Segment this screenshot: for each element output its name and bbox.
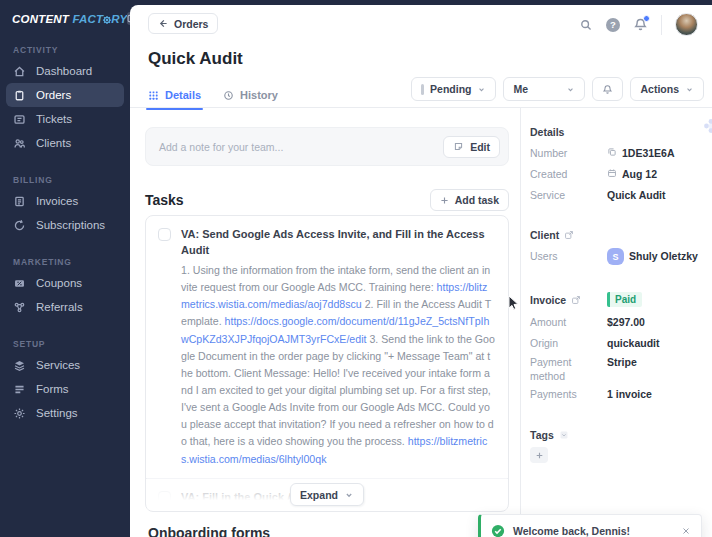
client-section-title: Client — [530, 229, 574, 241]
detail-row-created: Created Aug 12 — [530, 168, 706, 182]
sidebar-item-referrals[interactable]: Referrals — [6, 295, 124, 319]
chevron-down-icon — [685, 85, 694, 94]
sidebar-item-label: Settings — [36, 407, 78, 419]
invoice-row-payments: Payments 1 invoice — [530, 388, 706, 402]
topbar-divider — [661, 15, 662, 35]
chat-widget-icon[interactable] — [703, 118, 712, 138]
task-item: VA: Send Google Ads Access Invite, and F… — [146, 216, 508, 479]
detail-row-number: Number 1DE31E6A — [530, 147, 706, 161]
back-button-label: Orders — [174, 18, 208, 30]
sidebar-item-clients[interactable]: Clients — [6, 131, 124, 155]
gear-icon — [13, 407, 26, 420]
task-text: Training: — [181, 511, 225, 512]
sidebar-item-orders[interactable]: Orders — [6, 83, 124, 107]
brand-second-a: FACT — [72, 13, 103, 25]
team-note-input[interactable]: Add a note for your team... Edit — [145, 127, 509, 166]
tags-section-title: Tags — [530, 429, 569, 441]
search-icon[interactable] — [579, 18, 593, 32]
note-icon — [453, 141, 464, 152]
brand-logo: CONTENT FACTRY — [0, 0, 130, 25]
add-tag-button[interactable] — [530, 447, 548, 463]
form-lines-icon — [13, 383, 26, 396]
expand-button-label: Expand — [300, 489, 338, 501]
client-avatar[interactable]: S — [607, 248, 624, 265]
clipboard-icon — [13, 89, 26, 102]
share-nodes-icon — [13, 301, 26, 314]
status-color-bar — [421, 84, 424, 95]
sidebar-item-subscriptions[interactable]: Subscriptions — [6, 213, 124, 237]
expand-tasks-button[interactable]: Expand — [290, 483, 364, 506]
check-circle-icon — [491, 524, 505, 537]
external-link-icon[interactable] — [571, 295, 581, 305]
assignee-dropdown-value: Me — [513, 83, 528, 95]
actions-dropdown[interactable]: Actions — [630, 77, 704, 101]
sidebar-item-coupons[interactable]: Coupons — [6, 271, 124, 295]
task-checkbox[interactable] — [158, 228, 171, 241]
chevron-down-icon — [566, 85, 575, 94]
refresh-icon — [13, 219, 26, 232]
sidebar-section-setup: SETUP — [0, 339, 130, 353]
add-task-label: Add task — [455, 194, 499, 206]
sidebar: CONTENT FACTRY ACTIVITY Dashboard Orders… — [0, 0, 130, 537]
home-icon — [13, 65, 26, 78]
calendar-icon — [607, 168, 617, 178]
tasks-heading: Tasks — [145, 192, 184, 208]
payments-value: 1 invoice — [607, 388, 652, 400]
sidebar-item-label: Referrals — [36, 301, 83, 313]
created-date-value: Aug 12 — [622, 168, 657, 180]
sidebar-item-dashboard[interactable]: Dashboard — [6, 59, 124, 83]
sidebar-item-label: Dashboard — [36, 65, 92, 77]
sidebar-item-label: Services — [36, 359, 80, 371]
invoice-row-amount: Amount $297.00 — [530, 316, 706, 330]
layers-icon — [13, 359, 26, 372]
watch-bell-button[interactable] — [592, 77, 623, 101]
status-dropdown[interactable]: Pending — [411, 77, 496, 101]
plus-icon — [440, 196, 449, 205]
task-description: 1. Using the information from the intake… — [181, 262, 495, 468]
sidebar-item-label: Clients — [36, 137, 71, 149]
notification-badge — [643, 15, 650, 22]
add-task-button[interactable]: Add task — [430, 189, 509, 211]
tab-label: History — [240, 89, 278, 101]
task-text: 3. Send the link to the Google Document … — [181, 333, 495, 448]
status-dropdown-value: Pending — [430, 83, 471, 95]
clock-icon — [223, 90, 234, 101]
toast-message: Welcome back, Dennis! — [513, 525, 630, 537]
edit-note-button[interactable]: Edit — [443, 136, 500, 158]
coupon-icon — [13, 277, 26, 290]
sidebar-item-tickets[interactable]: Tickets — [6, 107, 124, 131]
arrow-left-icon — [158, 18, 169, 29]
sidebar-item-services[interactable]: Services — [6, 353, 124, 377]
main-content: Orders ? Quick Audit Pending Me — [130, 5, 712, 537]
toast-close-icon[interactable] — [681, 526, 691, 536]
chevron-square-icon[interactable] — [559, 430, 569, 440]
client-name[interactable]: Shuly Oletzky — [629, 250, 698, 262]
task-list-card: VA: Send Google Ads Access Invite, and F… — [145, 215, 509, 512]
sidebar-item-forms[interactable]: Forms — [6, 377, 124, 401]
task-link[interactable]: https://drive.google.com/file/d/1aiw__Hk… — [181, 511, 490, 512]
users-icon — [13, 137, 26, 150]
assignee-dropdown[interactable]: Me — [503, 77, 585, 101]
user-avatar[interactable] — [675, 13, 698, 36]
ticket-icon — [13, 113, 26, 126]
app-root: CONTENT FACTRY ACTIVITY Dashboard Orders… — [0, 0, 712, 537]
sidebar-item-label: Subscriptions — [36, 219, 105, 231]
tab-label: Details — [165, 89, 201, 101]
sidebar-section-marketing: MARKETING — [0, 257, 130, 271]
origin-value: quickaudit — [607, 337, 660, 349]
invoice-status-badge: Paid — [607, 292, 642, 307]
detail-row-service: Service Quick Audit — [530, 189, 706, 203]
notifications-bell-icon[interactable] — [633, 17, 648, 32]
sidebar-item-label: Coupons — [36, 277, 82, 289]
sidebar-section-billing: BILLING — [0, 175, 130, 189]
external-link-icon[interactable] — [564, 230, 574, 240]
toast-notification: Welcome back, Dennis! — [478, 514, 702, 537]
help-icon[interactable]: ? — [606, 18, 620, 32]
sidebar-item-label: Tickets — [36, 113, 72, 125]
order-number-value: 1DE31E6A — [622, 147, 675, 159]
sidebar-item-invoices[interactable]: Invoices — [6, 189, 124, 213]
sidebar-item-settings[interactable]: Settings — [6, 401, 124, 425]
back-to-orders-button[interactable]: Orders — [148, 13, 218, 34]
copy-icon[interactable] — [607, 147, 617, 157]
invoice-section-title: Invoice — [530, 294, 581, 306]
